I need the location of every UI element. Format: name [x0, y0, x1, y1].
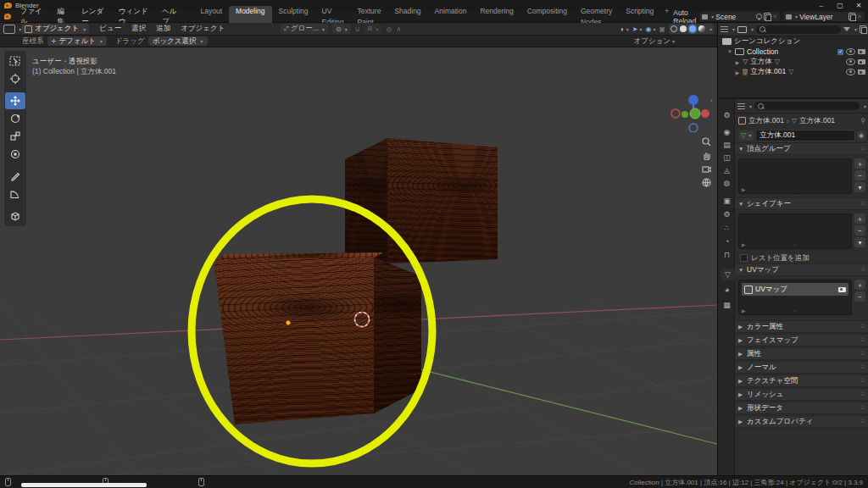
new-scene-icon[interactable] — [764, 13, 771, 20]
solid-shading-icon[interactable] — [680, 25, 687, 32]
section-uv-maps[interactable]: ▼ UVマップ ≡ — [735, 263, 868, 276]
vertex-groups-list[interactable]: ▶ ⋯ — [738, 158, 852, 194]
section-shape-keys[interactable]: ▼ シェイプキー ≡ — [735, 197, 868, 210]
orientation-select[interactable]: ✛ デフォルト ▾ — [47, 36, 107, 46]
material-preview-shading-icon[interactable] — [689, 25, 696, 32]
vertex-group-specials-button[interactable]: ▾ — [854, 182, 865, 192]
pin-icon[interactable]: ⚲ — [860, 117, 865, 125]
shape-key-specials-button[interactable]: ▾ — [854, 237, 865, 247]
fake-user-icon[interactable]: ◉ — [857, 130, 865, 141]
add-shape-key-button[interactable]: ＋ — [854, 214, 865, 224]
tab-tool-icon[interactable]: ⚙ — [720, 109, 734, 121]
eye-icon[interactable] — [846, 69, 855, 75]
mesh-datablock-dropdown[interactable]: ▽▾ — [738, 130, 754, 141]
navigation-gizmo[interactable] — [666, 81, 717, 132]
pan-hand-icon[interactable] — [700, 149, 712, 161]
remove-uv-map-button[interactable]: − — [854, 291, 865, 302]
camera-render-icon[interactable] — [858, 69, 865, 75]
sidebar-toggle-arrow[interactable]: ‹ — [710, 97, 713, 104]
tab-object-data-icon[interactable]: ▽ — [721, 269, 735, 280]
drag-dots-icon[interactable]: ⋯ — [793, 241, 798, 247]
tab-constraints-icon[interactable]: ⊓ — [720, 249, 734, 261]
outliner-search-input[interactable] — [756, 25, 841, 34]
properties-editor-icon[interactable] — [737, 103, 745, 109]
tool-annotate[interactable] — [5, 168, 25, 185]
transform-orientation-dropdown[interactable]: ⤢ グロー... ▾ — [281, 24, 328, 34]
outliner-row-collection[interactable]: ▼ Collection ✓ — [718, 47, 868, 57]
tab-world-icon[interactable]: ◍ — [720, 177, 734, 189]
tab-particles-icon[interactable]: ∴ — [720, 222, 734, 234]
breadcrumb-object[interactable]: 立方体.001 — [748, 116, 784, 126]
remove-shape-key-button[interactable]: − — [854, 225, 865, 236]
tab-scene-icon[interactable]: ◬ — [720, 164, 734, 176]
section-face-maps[interactable]: ▶フェイスマップ≡ — [735, 334, 868, 347]
view-layer-selector[interactable]: ▾ ViewLayer ✕ — [783, 12, 865, 21]
collection-checkbox[interactable]: ✓ — [837, 49, 843, 55]
resize-grip-icon[interactable]: ▶ — [742, 308, 746, 313]
viewport-canvas[interactable]: ユーザー・透視投影 (1) Collection | 立方体.001 — [0, 47, 717, 475]
drag-tool-select[interactable]: ボックス選択 ▾ — [148, 36, 208, 46]
menu-object[interactable]: オブジェクト — [175, 24, 230, 34]
uv-maps-list[interactable]: UVマップ ▶ ⋯ — [738, 280, 852, 315]
menu-select[interactable]: 選択 — [126, 24, 151, 34]
xray-toggle-icon[interactable]: ▣ — [659, 25, 665, 33]
outliner-filter-type-icon[interactable] — [737, 26, 747, 33]
section-custom-properties[interactable]: ▶カスタムプロパティ≡ — [735, 415, 868, 428]
tab-render-icon[interactable]: ◉ — [720, 126, 734, 138]
datablock-name-field[interactable]: 立方体.001 — [755, 130, 855, 141]
section-vertex-groups[interactable]: ▼ 頂点グループ ≡ — [735, 142, 868, 155]
proportional-editing-icon[interactable]: ◎ — [386, 25, 392, 33]
tab-object-icon[interactable]: ▣ — [720, 195, 734, 207]
tool-select-box[interactable] — [5, 53, 25, 69]
section-attributes[interactable]: ▶属性≡ — [735, 347, 868, 360]
tab-modifiers-icon[interactable]: ⚙ — [720, 208, 734, 220]
falloff-icon[interactable]: ∧ — [396, 25, 401, 33]
eye-icon[interactable] — [846, 58, 855, 65]
add-vertex-group-button[interactable]: ＋ — [854, 158, 865, 169]
snap-target-dropdown[interactable]: ⊞▾ — [364, 24, 382, 34]
tool-cursor[interactable] — [5, 70, 25, 87]
disclosure-icon[interactable]: ▼ — [727, 49, 732, 54]
tab-material-icon[interactable]: ◕ — [720, 284, 734, 296]
disclosure-icon[interactable]: ▶ — [735, 59, 740, 65]
wireframe-shading-icon[interactable] — [670, 25, 677, 32]
tab-output-icon[interactable]: ▤ — [720, 139, 734, 151]
filter-funnel-icon[interactable] — [843, 27, 850, 31]
tab-texture-icon[interactable]: ▦ — [720, 299, 734, 311]
snap-magnet-icon[interactable]: ∪ — [355, 25, 360, 33]
new-collection-icon[interactable] — [860, 25, 866, 33]
tool-measure[interactable] — [5, 186, 25, 202]
uv-map-item[interactable]: UVマップ — [742, 283, 849, 296]
remove-vertex-group-button[interactable]: − — [854, 170, 865, 180]
pin-icon[interactable] — [756, 14, 762, 19]
drag-dots-icon[interactable]: ⋯ — [793, 308, 798, 313]
section-remesh[interactable]: ▶リメッシュ≡ — [735, 388, 868, 401]
section-texture-space[interactable]: ▶テクスチャ空間≡ — [735, 374, 868, 387]
blender-menu-icon[interactable] — [4, 14, 11, 19]
add-uv-map-button[interactable]: ＋ — [854, 280, 865, 290]
properties-search-input[interactable] — [754, 102, 860, 110]
tool-move[interactable] — [5, 92, 25, 109]
disclosure-icon[interactable]: ▶ — [735, 69, 740, 75]
new-view-layer-icon[interactable] — [849, 13, 855, 20]
scene-selector[interactable]: ▾ Scene ✕ — [699, 12, 780, 21]
camera-render-icon[interactable] — [838, 287, 846, 292]
rendered-shading-icon[interactable] — [698, 25, 705, 32]
tool-scale[interactable] — [5, 128, 25, 145]
zoom-icon[interactable] — [700, 136, 712, 147]
show-gizmo-icon[interactable]: ➤▾ — [632, 25, 643, 33]
drag-dots-icon[interactable]: ⋯ — [793, 186, 798, 192]
tab-physics-icon[interactable]: ◔ — [720, 236, 734, 247]
editor-type-icon[interactable] — [3, 25, 15, 34]
section-geometry-data[interactable]: ▶形状データ≡ — [735, 402, 868, 414]
perspective-toggle-icon[interactable] — [700, 176, 712, 188]
pivot-point-dropdown[interactable]: ⊙▾ — [332, 24, 351, 34]
tool-transform[interactable] — [5, 146, 25, 163]
camera-render-icon[interactable] — [858, 49, 865, 54]
tool-rotate[interactable] — [5, 110, 25, 127]
outliner-row-scene-collection[interactable]: シーンコレクション — [718, 36, 868, 47]
show-object-types-icon[interactable]: ◗▾ — [620, 25, 629, 33]
properties-options-icon[interactable]: ▾ — [864, 103, 866, 109]
section-normals[interactable]: ▶ノーマル≡ — [735, 361, 868, 374]
resize-grip-icon[interactable]: ▶ — [742, 186, 746, 192]
